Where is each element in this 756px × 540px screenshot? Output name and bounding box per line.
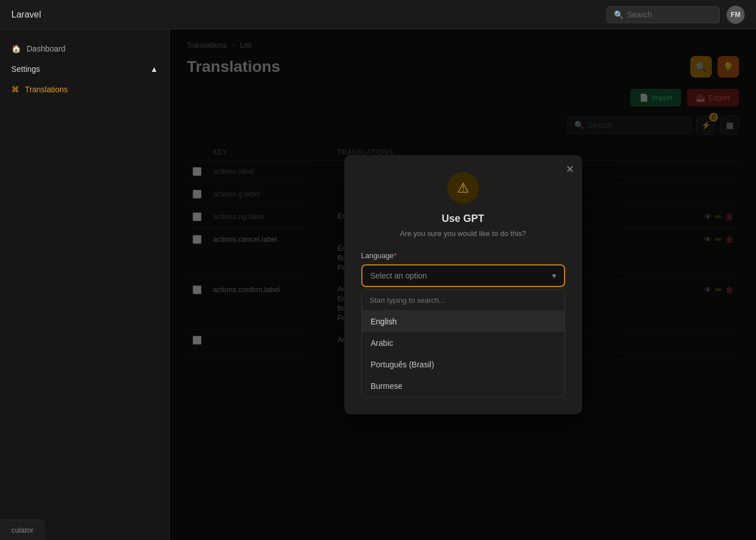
modal-icon-wrapper: ⚠	[361, 172, 565, 204]
sidebar-settings-section[interactable]: Settings ▲	[0, 59, 169, 79]
layout: 🏠 Dashboard Settings ▲ ⌘ Translations Tr…	[0, 29, 756, 540]
avatar[interactable]: FM	[727, 6, 745, 24]
dropdown-option-arabic[interactable]: Arabic	[362, 332, 565, 354]
top-nav: Laravel 🔍 Search FM	[0, 0, 756, 29]
warning-triangle-icon: ⚠	[457, 180, 469, 196]
sidebar: 🏠 Dashboard Settings ▲ ⌘ Translations	[0, 29, 170, 540]
dropdown-option-burmese[interactable]: Burmese	[362, 375, 565, 397]
dropdown-option-portuguese[interactable]: Português (Brasil)	[362, 354, 565, 375]
modal-title: Use GPT	[361, 213, 565, 225]
modal: ✕ ⚠ Use GPT Are you sure you would like …	[344, 155, 582, 414]
global-search[interactable]: 🔍 Search	[606, 6, 720, 23]
chevron-up-icon: ▲	[150, 65, 158, 74]
language-select[interactable]: Select an option ▾	[361, 264, 565, 287]
search-icon: 🔍	[614, 10, 623, 19]
sidebar-label-settings: Settings	[11, 65, 40, 74]
dropdown-option-english[interactable]: English	[362, 311, 565, 332]
dropdown-search-input[interactable]	[370, 296, 557, 305]
required-indicator: *	[394, 251, 396, 260]
toast-label: culator	[11, 526, 33, 534]
sidebar-label-dashboard: Dashboard	[27, 44, 66, 53]
chevron-down-icon: ▾	[552, 271, 556, 280]
app-logo: Laravel	[11, 10, 41, 20]
nav-right: 🔍 Search FM	[606, 6, 745, 24]
language-field-label: Language*	[361, 251, 565, 260]
translations-icon: ⌘	[11, 85, 19, 94]
modal-subtitle: Are you sure you would like to do this?	[361, 229, 565, 238]
search-placeholder: Search	[627, 10, 652, 19]
sidebar-label-translations: Translations	[25, 85, 68, 94]
modal-overlay[interactable]: ✕ ⚠ Use GPT Are you sure you would like …	[170, 29, 756, 540]
dropdown-search[interactable]	[362, 290, 565, 311]
home-icon: 🏠	[11, 44, 21, 53]
modal-warning-icon: ⚠	[447, 172, 479, 204]
sidebar-item-dashboard[interactable]: 🏠 Dashboard	[0, 38, 169, 59]
select-placeholder: Select an option	[370, 271, 427, 280]
bottom-toast: culator	[0, 520, 45, 540]
modal-close-button[interactable]: ✕	[566, 163, 574, 175]
dropdown-panel: English Arabic Português (Brasil) Burmes…	[361, 289, 565, 397]
main-content: Translations > List Translations 🔍 💡 📄 I…	[170, 29, 756, 540]
sidebar-item-translations[interactable]: ⌘ Translations	[0, 79, 169, 100]
